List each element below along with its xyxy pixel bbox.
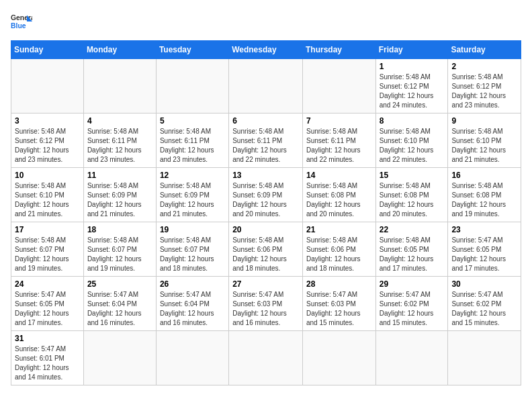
day-number: 27	[232, 279, 299, 289]
day-number: 6	[232, 116, 299, 126]
page-header: General Blue	[11, 11, 521, 32]
day-number: 14	[306, 171, 372, 180]
weekday-header-friday: Friday	[375, 41, 448, 59]
day-info: Sunrise: 5:48 AM Sunset: 6:07 PM Dayligh…	[87, 236, 152, 273]
day-number: 22	[380, 225, 445, 234]
day-info: Sunrise: 5:48 AM Sunset: 6:07 PM Dayligh…	[15, 236, 80, 273]
day-number: 20	[232, 225, 299, 234]
calendar-cell: 18Sunrise: 5:48 AM Sunset: 6:07 PM Dayli…	[83, 222, 156, 277]
day-number: 5	[160, 116, 225, 126]
calendar-cell: 7Sunrise: 5:48 AM Sunset: 6:11 PM Daylig…	[302, 113, 375, 168]
calendar-cell: 21Sunrise: 5:48 AM Sunset: 6:06 PM Dayli…	[302, 222, 375, 277]
day-info: Sunrise: 5:48 AM Sunset: 6:05 PM Dayligh…	[380, 236, 445, 273]
day-info: Sunrise: 5:47 AM Sunset: 6:05 PM Dayligh…	[15, 290, 80, 328]
calendar-cell	[11, 59, 84, 113]
day-number: 4	[87, 116, 152, 126]
day-number: 29	[380, 279, 445, 289]
calendar-cell: 6Sunrise: 5:48 AM Sunset: 6:11 PM Daylig…	[229, 113, 303, 168]
calendar-week-1: 3Sunrise: 5:48 AM Sunset: 6:12 PM Daylig…	[11, 113, 521, 168]
day-info: Sunrise: 5:48 AM Sunset: 6:12 PM Dayligh…	[380, 73, 445, 110]
day-info: Sunrise: 5:48 AM Sunset: 6:09 PM Dayligh…	[232, 181, 299, 219]
day-info: Sunrise: 5:48 AM Sunset: 6:08 PM Dayligh…	[306, 181, 372, 219]
calendar-week-2: 10Sunrise: 5:48 AM Sunset: 6:10 PM Dayli…	[11, 168, 521, 222]
calendar-cell	[156, 59, 228, 113]
calendar-cell	[302, 59, 375, 113]
calendar-cell: 19Sunrise: 5:48 AM Sunset: 6:07 PM Dayli…	[156, 222, 228, 277]
day-info: Sunrise: 5:47 AM Sunset: 6:04 PM Dayligh…	[87, 290, 152, 328]
svg-text:Blue: Blue	[11, 22, 26, 30]
calendar-cell: 14Sunrise: 5:48 AM Sunset: 6:08 PM Dayli…	[302, 168, 375, 222]
weekday-header-thursday: Thursday	[302, 41, 375, 59]
calendar-cell: 12Sunrise: 5:48 AM Sunset: 6:09 PM Dayli…	[156, 168, 228, 222]
calendar-cell	[83, 59, 156, 113]
day-number: 11	[87, 171, 152, 180]
day-info: Sunrise: 5:48 AM Sunset: 6:09 PM Dayligh…	[87, 181, 152, 219]
day-info: Sunrise: 5:47 AM Sunset: 6:03 PM Dayligh…	[232, 290, 299, 328]
day-info: Sunrise: 5:48 AM Sunset: 6:10 PM Dayligh…	[15, 181, 80, 219]
day-number: 18	[87, 225, 152, 234]
day-number: 28	[306, 279, 372, 289]
day-info: Sunrise: 5:47 AM Sunset: 6:01 PM Dayligh…	[15, 345, 80, 382]
calendar-cell	[83, 331, 156, 385]
calendar-cell: 9Sunrise: 5:48 AM Sunset: 6:10 PM Daylig…	[448, 113, 521, 168]
calendar-cell: 1Sunrise: 5:48 AM Sunset: 6:12 PM Daylig…	[375, 59, 448, 113]
calendar-cell	[156, 331, 228, 385]
day-number: 8	[380, 116, 445, 126]
day-info: Sunrise: 5:48 AM Sunset: 6:08 PM Dayligh…	[380, 181, 445, 219]
day-number: 26	[160, 279, 225, 289]
calendar-week-3: 17Sunrise: 5:48 AM Sunset: 6:07 PM Dayli…	[11, 222, 521, 277]
day-info: Sunrise: 5:47 AM Sunset: 6:05 PM Dayligh…	[451, 236, 517, 273]
day-info: Sunrise: 5:47 AM Sunset: 6:03 PM Dayligh…	[306, 290, 372, 328]
calendar-cell: 4Sunrise: 5:48 AM Sunset: 6:11 PM Daylig…	[83, 113, 156, 168]
calendar-cell: 30Sunrise: 5:47 AM Sunset: 6:02 PM Dayli…	[448, 277, 521, 331]
day-number: 24	[15, 279, 80, 289]
day-info: Sunrise: 5:48 AM Sunset: 6:11 PM Dayligh…	[160, 127, 225, 165]
calendar-cell: 27Sunrise: 5:47 AM Sunset: 6:03 PM Dayli…	[229, 277, 303, 331]
calendar-cell: 29Sunrise: 5:47 AM Sunset: 6:02 PM Dayli…	[375, 277, 448, 331]
day-number: 10	[15, 171, 80, 180]
calendar-cell	[302, 331, 375, 385]
day-number: 30	[451, 279, 517, 289]
day-number: 17	[15, 225, 80, 234]
calendar-cell	[448, 331, 521, 385]
day-number: 31	[15, 334, 80, 343]
calendar-cell: 11Sunrise: 5:48 AM Sunset: 6:09 PM Dayli…	[83, 168, 156, 222]
day-number: 21	[306, 225, 372, 234]
calendar-cell: 24Sunrise: 5:47 AM Sunset: 6:05 PM Dayli…	[11, 277, 84, 331]
calendar-cell: 3Sunrise: 5:48 AM Sunset: 6:12 PM Daylig…	[11, 113, 84, 168]
calendar-cell: 23Sunrise: 5:47 AM Sunset: 6:05 PM Dayli…	[448, 222, 521, 277]
calendar-cell: 17Sunrise: 5:48 AM Sunset: 6:07 PM Dayli…	[11, 222, 84, 277]
day-number: 13	[232, 171, 299, 180]
day-info: Sunrise: 5:48 AM Sunset: 6:06 PM Dayligh…	[306, 236, 372, 273]
weekday-header-wednesday: Wednesday	[229, 41, 303, 59]
calendar-cell: 22Sunrise: 5:48 AM Sunset: 6:05 PM Dayli…	[375, 222, 448, 277]
day-info: Sunrise: 5:48 AM Sunset: 6:10 PM Dayligh…	[380, 127, 445, 165]
day-info: Sunrise: 5:48 AM Sunset: 6:12 PM Dayligh…	[451, 73, 517, 110]
day-info: Sunrise: 5:48 AM Sunset: 6:11 PM Dayligh…	[232, 127, 299, 165]
calendar-week-0: 1Sunrise: 5:48 AM Sunset: 6:12 PM Daylig…	[11, 59, 521, 113]
calendar-table: SundayMondayTuesdayWednesdayThursdayFrid…	[11, 40, 521, 385]
calendar-week-5: 31Sunrise: 5:47 AM Sunset: 6:01 PM Dayli…	[11, 331, 521, 385]
calendar-cell: 2Sunrise: 5:48 AM Sunset: 6:12 PM Daylig…	[448, 59, 521, 113]
day-info: Sunrise: 5:47 AM Sunset: 6:02 PM Dayligh…	[451, 290, 517, 328]
calendar-cell: 16Sunrise: 5:48 AM Sunset: 6:08 PM Dayli…	[448, 168, 521, 222]
calendar-cell	[375, 331, 448, 385]
calendar-cell: 31Sunrise: 5:47 AM Sunset: 6:01 PM Dayli…	[11, 331, 84, 385]
calendar-cell: 25Sunrise: 5:47 AM Sunset: 6:04 PM Dayli…	[83, 277, 156, 331]
weekday-header-tuesday: Tuesday	[156, 41, 228, 59]
day-number: 2	[451, 62, 517, 71]
calendar-cell: 20Sunrise: 5:48 AM Sunset: 6:06 PM Dayli…	[229, 222, 303, 277]
day-info: Sunrise: 5:48 AM Sunset: 6:12 PM Dayligh…	[15, 127, 80, 165]
day-info: Sunrise: 5:48 AM Sunset: 6:07 PM Dayligh…	[160, 236, 225, 273]
day-number: 7	[306, 116, 372, 126]
calendar-cell: 8Sunrise: 5:48 AM Sunset: 6:10 PM Daylig…	[375, 113, 448, 168]
day-info: Sunrise: 5:48 AM Sunset: 6:09 PM Dayligh…	[160, 181, 225, 219]
calendar-cell: 5Sunrise: 5:48 AM Sunset: 6:11 PM Daylig…	[156, 113, 228, 168]
day-number: 23	[451, 225, 517, 234]
calendar-cell: 26Sunrise: 5:47 AM Sunset: 6:04 PM Dayli…	[156, 277, 228, 331]
calendar-cell: 13Sunrise: 5:48 AM Sunset: 6:09 PM Dayli…	[229, 168, 303, 222]
logo-icon: General Blue	[11, 11, 32, 32]
day-number: 19	[160, 225, 225, 234]
calendar-cell	[229, 59, 303, 113]
calendar-cell	[229, 331, 303, 385]
